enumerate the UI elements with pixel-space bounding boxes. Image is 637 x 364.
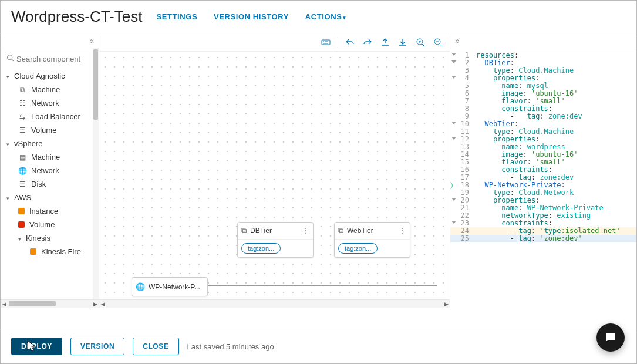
node-title: WP-Network-P... <box>149 283 204 291</box>
expand-code-icon[interactable]: » <box>455 36 460 45</box>
chat-fab[interactable] <box>596 323 625 352</box>
node-tag: tag:zon... <box>338 243 378 254</box>
node-menu-icon[interactable]: ⋮ <box>398 227 406 235</box>
chevron-down-icon <box>342 12 346 21</box>
search-icon <box>6 54 14 63</box>
version-button[interactable]: VERSION <box>70 338 124 355</box>
svg-point-0 <box>8 55 12 60</box>
lb-icon: ⇆ <box>18 113 26 121</box>
version-history-link[interactable]: VERSION HISTORY <box>214 12 289 21</box>
design-canvas: ⧉ DBTier ⋮ tag:zon... ⧉ WebTier ⋮ tag:zo… <box>99 33 450 308</box>
download-icon[interactable] <box>397 37 409 48</box>
node-title: WebTier <box>347 227 395 235</box>
sidebar-item-vs-network[interactable]: 🌐Network <box>6 164 96 177</box>
node-menu-icon[interactable]: ⋮ <box>301 227 309 235</box>
component-sidebar: « Cloud Agnostic ⧉Machine ☷Network ⇆Load… <box>1 33 99 308</box>
svg-line-8 <box>422 44 424 46</box>
keyboard-icon[interactable] <box>320 37 332 48</box>
volume-icon: ☰ <box>18 126 26 134</box>
svg-line-1 <box>12 59 14 61</box>
zoom-out-icon[interactable] <box>432 37 444 48</box>
sidebar-item-vs-machine[interactable]: ▤Machine <box>6 150 96 164</box>
collapse-sidebar-icon[interactable]: « <box>89 36 94 45</box>
aws-kinesis-icon <box>30 248 36 255</box>
server-icon: ▤ <box>18 153 26 161</box>
server-icon: ⧉ <box>241 226 247 235</box>
server-icon: ⧉ <box>338 226 343 235</box>
canvas-h-scrollbar[interactable]: ◀▶ <box>99 299 450 308</box>
zoom-in-icon[interactable] <box>414 37 426 48</box>
node-title: DBTier <box>250 227 298 235</box>
globe-icon: 🌐 <box>18 167 26 175</box>
sidebar-item-network[interactable]: ☷Network <box>6 96 96 110</box>
deploy-button[interactable]: DEPLOY <box>11 338 62 355</box>
redo-icon[interactable] <box>362 37 373 48</box>
globe-icon: 🌐 <box>136 282 145 291</box>
svg-line-12 <box>440 44 442 46</box>
sidebar-h-scrollbar[interactable]: ◀▶ <box>1 299 99 308</box>
sidebar-item-volume[interactable]: ☰Volume <box>6 123 96 137</box>
sidebar-item-kinesis-fire[interactable]: Kinesis Fire <box>6 245 96 258</box>
canvas-node-webtier[interactable]: ⧉ WebTier ⋮ tag:zon... <box>334 222 410 258</box>
sidebar-group-kinesis[interactable]: Kinesis <box>6 231 96 245</box>
page-title: Wordpress-CT-Test <box>11 8 142 26</box>
sidebar-item-machine[interactable]: ⧉Machine <box>6 83 96 96</box>
sidebar-item-vs-disk[interactable]: ☰Disk <box>6 177 96 191</box>
network-icon: ☷ <box>18 99 26 107</box>
sidebar-group-cloud-agnostic[interactable]: Cloud Agnostic <box>6 69 96 83</box>
sidebar-group-vsphere[interactable]: vSphere <box>6 137 96 150</box>
aws-instance-icon <box>18 208 25 214</box>
sidebar-item-load-balancer[interactable]: ⇆Load Balancer <box>6 110 96 123</box>
connection-wire <box>208 285 437 286</box>
upload-icon[interactable] <box>379 37 391 48</box>
canvas-node-network[interactable]: 🌐 WP-Network-P... <box>132 277 208 296</box>
code-panel: » 12345678910111213141516171819202122232… <box>450 33 636 308</box>
canvas-node-dbtier[interactable]: ⧉ DBTier ⋮ tag:zon... <box>237 222 314 258</box>
sidebar-group-aws[interactable]: AWS <box>6 191 96 204</box>
aws-volume-icon <box>18 221 25 228</box>
search-input[interactable] <box>16 55 87 63</box>
settings-link[interactable]: SETTINGS <box>156 12 197 21</box>
sidebar-scrollbar[interactable] <box>93 48 99 299</box>
actions-dropdown[interactable]: ACTIONS <box>305 12 346 21</box>
svg-rect-2 <box>322 40 330 45</box>
node-tag: tag:zon... <box>241 243 281 254</box>
sidebar-item-aws-instance[interactable]: Instance <box>6 204 96 218</box>
last-saved-text: Last saved 5 minutes ago <box>187 342 274 351</box>
disk-icon: ☰ <box>18 180 26 188</box>
close-button[interactable]: CLOSE <box>133 338 178 355</box>
sidebar-item-aws-volume[interactable]: Volume <box>6 218 96 231</box>
undo-icon[interactable] <box>344 37 356 48</box>
server-icon: ⧉ <box>18 86 26 94</box>
